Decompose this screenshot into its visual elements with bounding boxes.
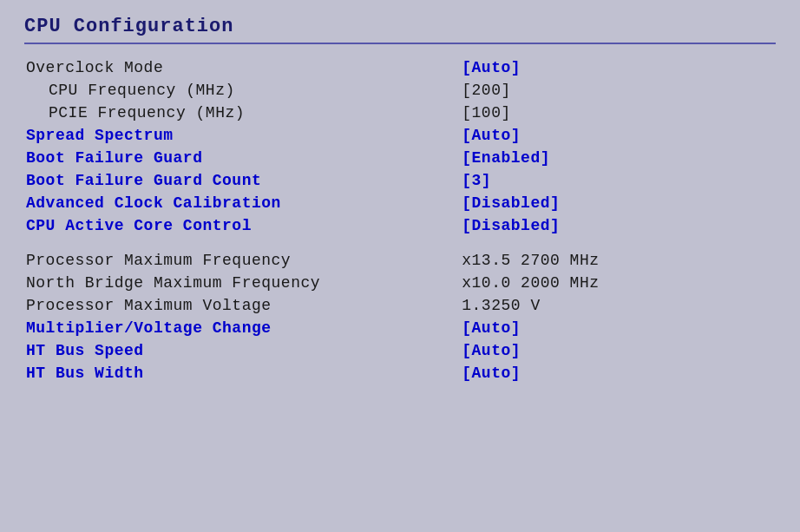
config-row-processor-max-freq: Processor Maximum Frequencyx13.5 2700 MH… <box>24 249 776 272</box>
value-cpu-active-core-control: [Disabled] <box>460 214 776 237</box>
label-cpu-active-core-control: CPU Active Core Control <box>24 214 460 237</box>
label-ht-bus-width: HT Bus Width <box>24 362 460 384</box>
value-spread-spectrum: [Auto] <box>460 124 776 147</box>
label-multiplier-voltage-change: Multiplier/Voltage Change <box>24 317 460 339</box>
config-row-boot-failure-guard-count: Boot Failure Guard Count[3] <box>24 169 776 192</box>
config-row-multiplier-voltage-change: Multiplier/Voltage Change[Auto] <box>24 317 776 339</box>
config-row-cpu-active-core-control: CPU Active Core Control[Disabled] <box>24 214 776 237</box>
value-advanced-clock-calibration: [Disabled] <box>460 192 776 214</box>
config-row-processor-max-voltage: Processor Maximum Voltage1.3250 V <box>24 294 776 317</box>
config-row-ht-bus-speed: HT Bus Speed[Auto] <box>24 339 776 362</box>
value-pcie-frequency: [100] <box>460 102 776 124</box>
label-processor-max-voltage: Processor Maximum Voltage <box>24 294 460 317</box>
value-north-bridge-max-freq: x10.0 2000 MHz <box>460 272 776 294</box>
label-advanced-clock-calibration: Advanced Clock Calibration <box>24 192 460 214</box>
value-processor-max-freq: x13.5 2700 MHz <box>460 249 776 272</box>
value-processor-max-voltage: 1.3250 V <box>460 294 776 317</box>
spacer-row <box>24 237 776 249</box>
label-north-bridge-max-freq: North Bridge Maximum Frequency <box>24 272 460 294</box>
config-row-pcie-frequency: PCIE Frequency (MHz)[100] <box>24 102 776 124</box>
label-boot-failure-guard: Boot Failure Guard <box>24 147 460 169</box>
config-row-spread-spectrum: Spread Spectrum[Auto] <box>24 124 776 147</box>
config-row-north-bridge-max-freq: North Bridge Maximum Frequencyx10.0 2000… <box>24 272 776 294</box>
config-row-overclock-mode: Overclock Mode[Auto] <box>24 56 776 79</box>
label-ht-bus-speed: HT Bus Speed <box>24 339 460 362</box>
label-processor-max-freq: Processor Maximum Frequency <box>24 249 460 272</box>
config-row-ht-bus-width: HT Bus Width[Auto] <box>24 362 776 384</box>
label-cpu-frequency: CPU Frequency (MHz) <box>24 79 460 102</box>
page-title: CPU Configuration <box>24 16 776 37</box>
value-multiplier-voltage-change: [Auto] <box>460 317 776 339</box>
value-ht-bus-width: [Auto] <box>460 362 776 384</box>
value-ht-bus-speed: [Auto] <box>460 339 776 362</box>
label-overclock-mode: Overclock Mode <box>24 56 460 79</box>
config-row-cpu-frequency: CPU Frequency (MHz)[200] <box>24 79 776 102</box>
value-boot-failure-guard: [Enabled] <box>460 147 776 169</box>
bios-screen: CPU Configuration Overclock Mode[Auto]CP… <box>0 0 800 532</box>
label-pcie-frequency: PCIE Frequency (MHz) <box>24 102 460 124</box>
label-boot-failure-guard-count: Boot Failure Guard Count <box>24 169 460 192</box>
title-divider <box>24 43 776 44</box>
value-boot-failure-guard-count: [3] <box>460 169 776 192</box>
config-table: Overclock Mode[Auto]CPU Frequency (MHz)[… <box>24 56 776 384</box>
value-overclock-mode: [Auto] <box>460 56 776 79</box>
config-row-advanced-clock-calibration: Advanced Clock Calibration[Disabled] <box>24 192 776 214</box>
value-cpu-frequency: [200] <box>460 79 776 102</box>
config-row-boot-failure-guard: Boot Failure Guard[Enabled] <box>24 147 776 169</box>
label-spread-spectrum: Spread Spectrum <box>24 124 460 147</box>
